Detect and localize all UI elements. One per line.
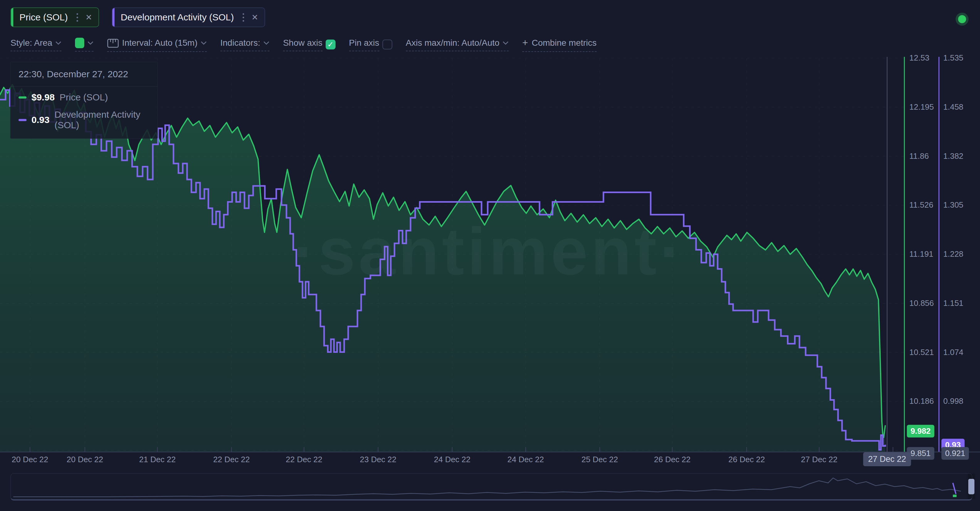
price-axis-tick-label: 11.86 — [909, 152, 929, 161]
timeline-minimap[interactable] — [11, 473, 972, 500]
price-axis-tick-label: 10.856 — [909, 299, 934, 308]
price-axis-tick-label: 12.53 — [909, 53, 929, 63]
tooltip-price-label: Price (SOL) — [60, 92, 108, 102]
dev-axis-tick-label: 1.228 — [943, 249, 963, 259]
price-axis-tick-label: 11.191 — [909, 249, 933, 259]
minimap-scroll-handle[interactable] — [968, 479, 974, 494]
crosshair-date-chip: 27 Dec 22 — [863, 452, 911, 466]
dev-axis-tick-label: 1.305 — [943, 200, 963, 210]
tooltip-datetime: 22:30, December 27, 2022 — [11, 62, 158, 86]
x-axis-tick-label: 20 Dec 22 — [12, 455, 48, 464]
dev-axis-tick-label: 0.998 — [943, 396, 963, 406]
price-axis-tick-label: 10.521 — [909, 348, 934, 357]
dev-series-dash — [19, 119, 27, 121]
x-axis-tick-label: 20 Dec 22 — [67, 455, 103, 464]
x-axis-tick-label: 23 Dec 22 — [360, 455, 397, 464]
price-area-fill — [0, 85, 885, 452]
price-axis-tick-label: 12.195 — [909, 102, 934, 112]
tooltip-dev-label: Development Activity (SOL) — [54, 109, 150, 130]
price-axis-tick-label: 11.526 — [909, 200, 933, 210]
dev-axis-tick-label: 1.074 — [943, 348, 963, 357]
minimap-dev-tail — [953, 483, 956, 494]
x-axis-tick-label: 26 Dec 22 — [654, 455, 691, 464]
x-axis-tick-label: 24 Dec 22 — [508, 455, 544, 464]
tooltip-dev-value: 0.93 — [32, 115, 49, 125]
chart-tooltip: 22:30, December 27, 2022 $9.98 Price (SO… — [10, 62, 158, 139]
minimap-price-tail — [953, 495, 956, 497]
dev-axis-tick-label: 1.151 — [943, 299, 963, 308]
dev-axis-min-chip: 0.921 — [942, 447, 969, 460]
dev-axis-tick-label: 1.382 — [943, 152, 963, 161]
tooltip-row-dev: 0.93 Development Activity (SOL) — [19, 109, 150, 130]
x-axis-tick-label: 26 Dec 22 — [729, 455, 765, 464]
minimap-sparkline — [11, 474, 972, 500]
x-axis-tick-label: 24 Dec 22 — [434, 455, 471, 464]
price-current-value-badge: 9.982 — [907, 425, 934, 438]
dev-axis-tick-label: 1.458 — [943, 102, 963, 112]
tooltip-price-value: $9.98 — [32, 92, 55, 102]
x-axis-tick-label: 27 Dec 22 — [801, 455, 838, 464]
dev-axis-tick-label: 1.535 — [943, 53, 963, 63]
tooltip-row-price: $9.98 Price (SOL) — [19, 92, 150, 102]
price-axis-tick-label: 10.186 — [909, 396, 934, 406]
x-axis-tick-label: 25 Dec 22 — [582, 455, 618, 464]
x-axis-tick-label: 22 Dec 22 — [213, 455, 250, 464]
x-axis-tick-label: 22 Dec 22 — [286, 455, 323, 464]
price-series-dash — [19, 96, 27, 99]
x-axis-tick-label: 21 Dec 22 — [139, 455, 176, 464]
